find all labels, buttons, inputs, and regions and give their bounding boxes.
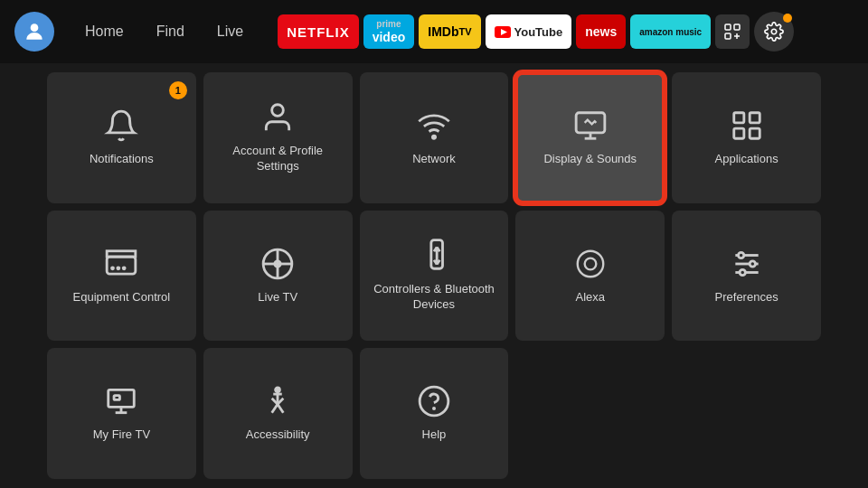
grid-label-network: Network <box>412 152 456 167</box>
avatar[interactable] <box>14 12 54 52</box>
app-prime[interactable]: primevideo <box>363 14 415 49</box>
grid-label-applications: Applications <box>715 152 778 167</box>
grid-item-account-profile[interactable]: Account & Profile Settings <box>203 72 353 203</box>
svg-rect-3 <box>725 24 731 30</box>
grid-item-help[interactable]: Help <box>360 348 509 479</box>
svg-rect-15 <box>750 113 760 123</box>
svg-point-37 <box>738 252 743 258</box>
svg-rect-43 <box>114 396 119 400</box>
nav-links: Home Find Live <box>69 18 259 45</box>
app-news[interactable]: news <box>576 14 626 49</box>
settings-badge <box>783 14 792 23</box>
svg-point-39 <box>740 269 745 275</box>
top-nav: Home Find Live NETFLIX primevideo IMDbTV… <box>0 0 868 63</box>
grid-item-my-fire-tv[interactable]: My Fire TV <box>47 348 196 479</box>
svg-rect-18 <box>108 257 137 274</box>
grid-label-preferences: Preferences <box>715 290 778 305</box>
svg-rect-14 <box>733 113 743 123</box>
grid-label-my-fire-tv: My Fire TV <box>93 427 150 443</box>
svg-rect-4 <box>734 24 740 30</box>
grid-item-accessibility[interactable]: Accessibility <box>203 348 353 479</box>
badge-notifications: 1 <box>169 81 187 99</box>
grid-item-applications[interactable]: Applications <box>672 72 821 203</box>
grid-item-equipment-control[interactable]: Equipment Control <box>47 211 196 342</box>
grid-label-accessibility: Accessibility <box>246 427 310 443</box>
svg-rect-19 <box>108 250 137 256</box>
grid-item-live-tv[interactable]: Live TV <box>203 211 353 342</box>
grid-label-notifications: Notifications <box>90 152 154 167</box>
grid-item-display-sounds[interactable]: Display & Sounds <box>515 72 665 203</box>
svg-line-47 <box>278 404 283 413</box>
svg-point-33 <box>584 258 596 269</box>
grid-label-display-sounds: Display & Sounds <box>543 152 637 167</box>
svg-rect-5 <box>725 33 731 39</box>
svg-point-10 <box>432 136 435 138</box>
grid-label-controllers-bluetooth: Controllers & Bluetooth Devices <box>369 282 500 313</box>
grid-item-network[interactable]: Network <box>360 72 509 203</box>
grid-label-equipment-control: Equipment Control <box>73 290 171 305</box>
grid-label-alexa: Alexa <box>576 290 606 305</box>
app-netflix[interactable]: NETFLIX <box>278 14 359 49</box>
grid-item-notifications[interactable]: 1 Notifications <box>47 72 196 203</box>
settings-button[interactable] <box>754 12 794 52</box>
svg-rect-17 <box>733 128 743 138</box>
svg-point-32 <box>578 250 604 277</box>
nav-home[interactable]: Home <box>69 18 140 45</box>
svg-point-8 <box>771 29 777 34</box>
grid-label-help: Help <box>422 427 447 443</box>
nav-find[interactable]: Find <box>140 18 201 45</box>
svg-point-9 <box>272 105 284 117</box>
app-youtube[interactable]: YouTube <box>486 14 572 49</box>
grid-item-preferences[interactable]: Preferences <box>672 211 821 342</box>
grid-item-alexa[interactable]: Alexa <box>515 211 665 342</box>
svg-rect-16 <box>750 128 760 138</box>
settings-grid: 1 Notifications Account & Profile Settin… <box>0 63 868 488</box>
svg-point-49 <box>420 387 448 416</box>
app-imdb[interactable]: IMDbTV <box>419 14 480 49</box>
app-amazon-music[interactable]: amazon music <box>630 14 711 49</box>
grid-label-live-tv: Live TV <box>258 290 297 305</box>
app-grid[interactable] <box>715 14 750 49</box>
svg-point-38 <box>750 260 755 266</box>
grid-item-controllers-bluetooth[interactable]: Controllers & Bluetooth Devices <box>360 211 509 342</box>
svg-line-46 <box>272 404 278 413</box>
grid-label-account-profile: Account & Profile Settings <box>212 144 344 174</box>
svg-rect-40 <box>108 390 135 408</box>
svg-point-0 <box>31 23 39 32</box>
app-shortcuts: NETFLIX primevideo IMDbTV YouTube news a… <box>278 12 854 52</box>
svg-point-44 <box>276 388 280 392</box>
nav-live[interactable]: Live <box>201 18 259 45</box>
